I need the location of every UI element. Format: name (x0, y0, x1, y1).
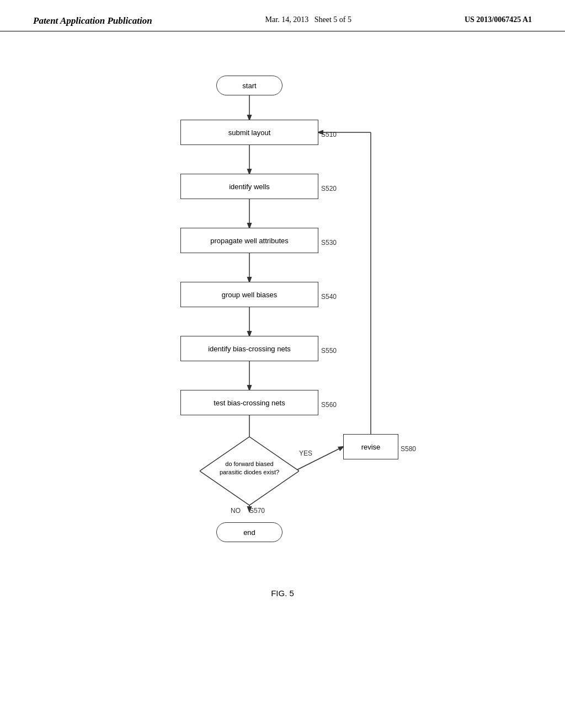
no-label: NO (231, 507, 241, 515)
step-s530: S530 (321, 239, 337, 247)
publication-number: US 2013/0067425 A1 (465, 15, 532, 24)
step-s560: S560 (321, 401, 337, 409)
step-s520: S520 (321, 185, 337, 192)
step-s510: S510 (321, 131, 337, 138)
propagate-well-attributes-node: propagate well attributes (180, 228, 318, 253)
end-node: end (216, 522, 282, 542)
flowchart: start submit layout S510 identify wells … (128, 76, 437, 572)
svg-line-7 (288, 447, 343, 474)
flowchart-container: start submit layout S510 identify wells … (0, 31, 565, 572)
diamond-shape: do forward biased parasitic diodes exist… (200, 437, 299, 506)
identify-wells-node: identify wells (180, 174, 318, 199)
revise-node: revise (343, 434, 398, 459)
publication-title: Patent Application Publication (33, 15, 152, 26)
flowchart-arrows (128, 76, 437, 572)
pub-date: Mar. 14, 2013 (265, 15, 309, 24)
group-well-biases-node: group well biases (180, 282, 318, 307)
submit-layout-node: submit layout (180, 120, 318, 145)
svg-text:do forward biased: do forward biased (225, 461, 273, 467)
yes-label: YES (299, 449, 312, 457)
test-bias-crossing-nets-node: test bias-crossing nets (180, 390, 318, 415)
publication-date-sheet: Mar. 14, 2013 Sheet 5 of 5 (265, 15, 351, 24)
step-s540: S540 (321, 293, 337, 301)
pub-sheet: Sheet 5 of 5 (315, 15, 351, 24)
step-s570: S570 (249, 507, 265, 515)
svg-text:parasitic diodes exist?: parasitic diodes exist? (220, 469, 279, 475)
identify-bias-crossing-nets-node: identify bias-crossing nets (180, 336, 318, 361)
page-header: Patent Application Publication Mar. 14, … (0, 0, 565, 31)
step-s580: S580 (401, 445, 416, 453)
svg-marker-11 (200, 437, 299, 505)
figure-caption: FIG. 5 (0, 588, 565, 598)
step-s550: S550 (321, 347, 337, 355)
start-node: start (216, 76, 282, 95)
